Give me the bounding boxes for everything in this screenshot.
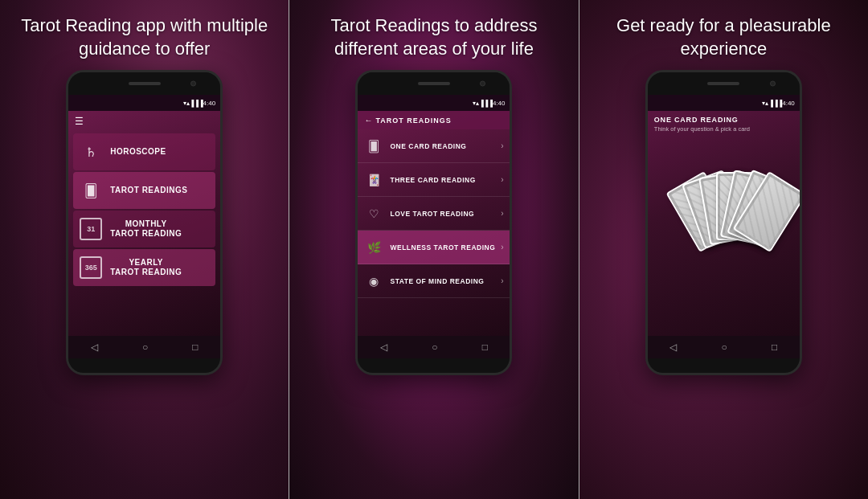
divider-2-3 [579,0,579,499]
phone-bottom-bar-3 [648,358,800,373]
yearly-badge: 365 [80,256,102,279]
screen-1: ☰ ♄ HOROSCOPE 🂠 TAROT READINGS 31 MONTHL… [68,111,220,336]
phone-status-2: ▾▴ ▐▐▐ 4:40 [358,95,510,111]
one-card-icon: 🂠 [364,137,383,156]
phone-2: ▾▴ ▐▐▐ 4:40 ← TAROT READINGS 🂠 ONE CARD … [355,70,512,375]
menu-item-tarot-readings[interactable]: 🂠 TAROT READINGS [73,172,215,209]
one-card-label: ONE CARD READING [390,142,501,150]
panel-1: Tarot Reading app with multiple guidance… [0,0,289,499]
signal-icon-3: ▐▐▐ [768,100,782,107]
phone-status-1: ▾▴ ▐▐▐ 4:40 [68,95,220,111]
divider-1-2 [289,0,289,499]
chevron-state-of-mind: › [501,276,503,285]
one-card-screen-title: ONE CARD READING [654,116,793,124]
panel-1-title: Tarot Reading app with multiple guidance… [8,14,280,60]
phone-top-bar-2 [358,72,510,95]
readings-header: ← TAROT READINGS [358,111,510,129]
menu-header-1: ☰ [68,111,220,132]
phone-screen-1: ☰ ♄ HOROSCOPE 🂠 TAROT READINGS 31 MONTHL… [68,111,220,336]
menu-item-monthly[interactable]: 31 MONTHLYTAROT READING [73,211,215,247]
yearly-label: YEARLYTAROT READING [110,258,182,277]
phone-1: ▾▴ ▐▐▐ 4:40 ☰ ♄ HOROSCOPE 🂠 TAROT READIN… [66,70,223,375]
reading-one-card[interactable]: 🂠 ONE CARD READING › [358,129,510,163]
mind-icon: ◉ [364,272,383,291]
chevron-love: › [501,209,503,218]
tarot-readings-label: TAROT READINGS [110,186,187,195]
wellness-icon: 🌿 [364,238,383,257]
phone-camera-1 [190,81,196,87]
chevron-wellness: › [501,243,503,252]
wellness-label: WELLNESS TAROT READING [390,243,501,252]
phone-speaker-1 [129,82,161,85]
time-display-2: 4:40 [493,100,506,107]
chevron-one-card: › [501,141,503,150]
monthly-label: MONTHLYTAROT READING [110,219,182,239]
back-nav-icon-1[interactable]: ◁ [91,342,98,353]
time-display-1: 4:40 [203,100,216,107]
signal-icon-2: ▐▐▐ [479,100,493,107]
state-of-mind-label: STATE OF MIND READING [390,277,501,285]
three-card-icon: 🃏 [364,170,383,190]
love-label: LOVE TAROT READING [390,210,501,218]
phone-camera-3 [770,81,776,87]
phone-speaker-3 [707,82,739,85]
panel-3-title: Get ready for a pleasurable experience [588,14,860,60]
recent-nav-icon-1[interactable]: □ [192,342,198,353]
horoscope-label: HOROSCOPE [110,147,166,157]
reading-wellness[interactable]: 🌿 WELLNESS TAROT READING › [358,231,510,264]
phone-status-3: ▾▴ ▐▐▐ 4:40 [648,95,800,111]
back-nav-icon-2[interactable]: ◁ [380,342,387,353]
readings-header-title: TAROT READINGS [375,117,451,125]
monthly-badge: 31 [80,218,102,240]
phone-bottom-nav-2: ◁ ○ □ [358,336,510,358]
home-nav-icon-3[interactable]: ○ [722,342,727,353]
phone-bottom-nav-1: ◁ ○ □ [68,336,220,358]
phone-bottom-nav-3: ◁ ○ □ [648,336,800,358]
menu-item-horoscope[interactable]: ♄ HOROSCOPE [73,133,215,170]
cards-icon: 🂠 [80,179,102,202]
back-nav-icon-3[interactable]: ◁ [669,342,677,353]
phone-top-bar-1 [68,72,220,95]
cards-fan [648,153,800,250]
calendar-31-icon: 31 [80,218,102,240]
planet-icon: ♄ [80,141,102,163]
phone-camera-2 [480,81,485,87]
reading-three-card[interactable]: 🃏 THREE CARD READING › [358,163,510,197]
screen-2: ← TAROT READINGS 🂠 ONE CARD READING › 🃏 … [358,111,510,336]
home-nav-icon-2[interactable]: ○ [432,342,437,353]
phone-screen-3: ONE CARD READING Think of your question … [648,111,800,336]
one-card-screen-subtitle: Think of your question & pick a card [654,125,793,133]
phone-screen-2: ← TAROT READINGS 🂠 ONE CARD READING › 🃏 … [358,111,510,336]
time-display-3: 4:40 [782,100,795,107]
chevron-three-card: › [501,175,503,184]
recent-nav-icon-2[interactable]: □ [482,342,488,353]
hamburger-icon[interactable]: ☰ [75,116,84,127]
panel-3: Get ready for a pleasurable experience ▾… [579,0,868,499]
wifi-icon: ▾▴ [183,100,190,107]
home-nav-icon-1[interactable]: ○ [142,342,148,353]
menu-item-yearly[interactable]: 365 YEARLYTAROT READING [73,249,215,286]
calendar-365-icon: 365 [80,256,102,279]
phone-speaker-2 [418,82,450,85]
screen-3: ONE CARD READING Think of your question … [648,111,800,336]
phone-3: ▾▴ ▐▐▐ 4:40 ONE CARD READING Think of yo… [645,70,802,375]
phone-bottom-bar-2 [358,358,510,373]
recent-nav-icon-3[interactable]: □ [772,342,777,353]
signal-icon: ▐▐▐ [190,100,203,107]
panel-2: Tarot Readings to address different area… [289,0,578,499]
panel-2-title: Tarot Readings to address different area… [297,14,570,60]
three-card-label: THREE CARD READING [390,176,501,184]
love-icon: ♡ [364,204,383,223]
reading-state-of-mind[interactable]: ◉ STATE OF MIND READING › [358,264,510,298]
reading-love-tarot[interactable]: ♡ LOVE TAROT READING › [358,197,510,231]
back-arrow-icon[interactable]: ← [364,116,372,125]
wifi-icon-3: ▾▴ [762,100,768,107]
wifi-icon-2: ▾▴ [473,100,479,107]
one-card-screen-header: ONE CARD READING Think of your question … [648,111,800,137]
phone-top-bar-3 [648,72,800,95]
phone-bottom-bar-1 [68,358,220,373]
